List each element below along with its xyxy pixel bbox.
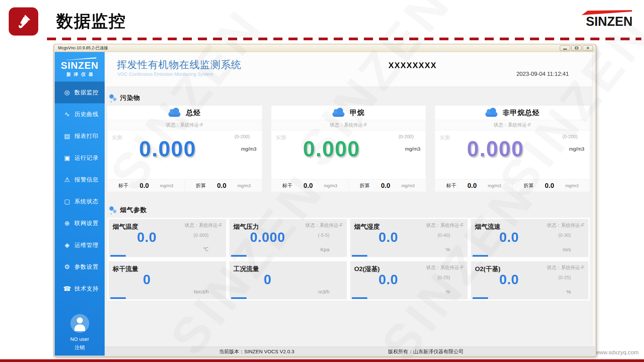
flue-gas-panel: 烟气温度 状态：系统停运-F (0-300) 0.0 ℃ 烟气压力 状态：系统停… — [107, 218, 590, 301]
status-text: 状态：系统停运-F — [306, 222, 343, 228]
pollutant-cards: 总烃 状态：系统停运-F 实测 (0-200) mg/m3 0.000 — [107, 106, 590, 192]
scrollbar[interactable] — [592, 52, 595, 347]
measured-value: 0.000 — [107, 137, 228, 161]
pollutant-name: 甲烷 — [350, 108, 365, 117]
status-text: 状态：系统停运-F — [107, 120, 262, 131]
pollutant-name: 非甲烷总烃 — [503, 108, 540, 117]
parameter-name: 工况流量 — [233, 265, 259, 272]
unit-label: m/s — [563, 247, 571, 252]
sidebar-item[interactable]: ▤ 报表打印 — [55, 125, 105, 147]
unit-label: ℃ — [203, 246, 209, 252]
sidebar-item[interactable]: ◎ 数据监控 — [55, 82, 105, 103]
parameter-name: 标干流量 — [113, 265, 138, 272]
flue-gas-tile: 烟气压力 状态：系统停运-F (-5-5) 0.000 Kpa — [229, 219, 347, 257]
pollutant-name: 总烃 — [186, 108, 201, 117]
standard-dry-cell: 标干 0.0 mg/m3 — [107, 179, 184, 192]
sidebar-item[interactable]: ☎ 技术支持 — [55, 278, 105, 300]
logo-swoosh-icon — [65, 57, 96, 60]
slide-root: 数据监控 SINZEN SINZEN SINZEN SINZEN SINZEN … — [0, 0, 644, 362]
bottom-accent-bar — [0, 359, 644, 362]
divider-dashed — [47, 38, 641, 40]
station-name: XXXXXXXX — [388, 61, 437, 70]
range-label: (0-300) — [194, 232, 209, 238]
unit-label: Nm3/h — [194, 289, 209, 295]
maximize-icon[interactable] — [571, 45, 582, 51]
pollutant-card: 甲烷 状态：系统停运-F 实测 (0-200) mg/m3 0.000 — [271, 106, 426, 192]
status-text: 状态：系统停运-F — [426, 222, 464, 228]
sidebar-item[interactable]: ◈ 运维管理 — [55, 234, 105, 256]
dashboard-content: 污染物 总烃 状态：系统停运-F 实测 — [105, 87, 595, 347]
maintenance-shield-icon: ◈ — [63, 241, 71, 249]
unit-label: Kpa — [320, 247, 329, 252]
range-label: (0-40) — [438, 232, 450, 238]
status-text: 状态：系统停运-F — [435, 120, 590, 131]
parameter-value: 0.0 — [471, 230, 547, 245]
support-phone-icon: ☎ — [63, 285, 71, 293]
range-label: (0-200) — [398, 134, 414, 139]
unit-label: mg/m3 — [405, 146, 420, 152]
flue-gas-tile: O2(湿基) 状态：系统停运-F (0-25) 0.0 % — [350, 261, 468, 299]
parameter-value: 0.0 — [350, 272, 427, 287]
flue-gas-tile: 烟气湿度 状态：系统停运-F (0-40) 0.0 % — [350, 219, 468, 257]
sidebar-item[interactable]: ⚠ 报警信息 — [55, 169, 105, 191]
parameter-name: O2(湿基) — [354, 265, 380, 272]
window-title: McgsVnc-10.9.85.2-已连接 — [58, 45, 559, 51]
measured-value: 0.000 — [435, 137, 555, 161]
sidebar-item[interactable]: ▣ 运行记录 — [55, 147, 105, 169]
datetime: 2023-09-04 11:12:41 — [516, 71, 569, 77]
converted-cell: 折算 0.0 mg/m3 — [348, 179, 426, 192]
status-text: 状态：系统停运-F — [547, 265, 584, 271]
parameter-name: 烟气湿度 — [354, 223, 380, 230]
system-status-icon: ▢ — [63, 198, 71, 205]
sidebar-item[interactable]: ▢ 系统状态 — [55, 191, 105, 212]
unit-label: % — [567, 289, 571, 295]
version-text: 当前版本：SINZEN VOCS V2.0.3 — [219, 349, 294, 355]
range-label: (0-30) — [558, 232, 571, 238]
user-name: NO user — [55, 336, 105, 342]
status-text: 状态：系统停运-F — [271, 120, 426, 131]
logout-link[interactable]: 注销 — [55, 345, 105, 351]
window-titlebar[interactable]: McgsVnc-10.9.85.2-已连接 × — [55, 44, 595, 52]
unit-label: mg/m3 — [569, 146, 584, 152]
app-header: 挥发性有机物在线监测系统 VOC Continuous Emission Mon… — [105, 52, 595, 87]
flue-gas-tile: 标干流量 0 Nm3/h — [109, 261, 226, 299]
trend-chart-icon: ∿ — [63, 110, 71, 118]
sidebar-item[interactable]: ⊕ 联网设置 — [55, 212, 105, 234]
sidebar-item[interactable]: ∿ 历史曲线 — [55, 103, 105, 125]
system-title-en: VOC Continuous Emission Monitoring Syste… — [117, 71, 213, 77]
alarm-icon: ⚠ — [63, 176, 71, 184]
status-text: 状态：系统停运-F — [185, 222, 222, 228]
flue-gas-tile: 烟气流速 状态：系统停运-F (0-30) 0.0 m/s — [471, 219, 588, 257]
status-text: 状态：系统停运-F — [426, 265, 464, 271]
unit-label: % — [446, 289, 450, 295]
bubbles-icon — [109, 94, 117, 102]
minimize-icon[interactable] — [560, 45, 570, 51]
pollutant-card: 非甲烷总烃 状态：系统停运-F 实测 (0-200) mg/m3 0.000 — [435, 106, 590, 192]
bubbles-icon — [109, 206, 117, 214]
app-window: McgsVnc-10.9.85.2-已连接 × SINZEN 新泽仪器 ◎ 数据… — [54, 44, 596, 357]
pollutant-card: 总烃 状态：系统停运-F 实测 (0-200) mg/m3 0.000 — [107, 106, 262, 192]
monitor-icon: ◎ — [63, 89, 71, 96]
sidebar-item[interactable]: ⚙ 参数设置 — [55, 256, 105, 278]
flue-gas-tile: O2(干基) 状态：系统停运-F (0-25) 0.0 % — [471, 261, 588, 299]
unit-label: mg/m3 — [241, 146, 257, 152]
pen-badge — [9, 7, 38, 36]
unit-label: % — [446, 247, 450, 252]
pollutants-section-header: 污染物 — [109, 94, 590, 102]
close-icon[interactable]: × — [583, 45, 593, 51]
parameter-value: 0.0 — [109, 230, 185, 245]
status-text: 状态：系统停运-F — [547, 222, 584, 228]
cloud-icon — [485, 112, 497, 117]
parameter-value: 0.0 — [471, 272, 547, 287]
sidebar-menu: ◎ 数据监控 ∿ 历史曲线 ▤ 报表打印 ▣ 运行记录 ⚠ — [55, 82, 105, 300]
converted-cell: 折算 0.0 mg/m3 — [184, 179, 262, 192]
sidebar: SINZEN 新泽仪器 ◎ 数据监控 ∿ 历史曲线 ▤ 报表打印 — [55, 52, 105, 356]
copyright-text: 版权所有：山东新泽仪器有限公司 — [388, 349, 464, 355]
parameter-name: 烟气压力 — [233, 223, 259, 230]
range-label: (-5-5) — [318, 232, 329, 238]
flue-gas-section-header: 烟气参数 — [109, 206, 590, 214]
converted-cell: 折算 0.0 mg/m3 — [512, 179, 590, 192]
sidebar-user: NO user 注销 — [55, 314, 105, 356]
parameter-name: O2(干基) — [475, 265, 500, 272]
user-avatar-icon[interactable] — [70, 314, 89, 333]
